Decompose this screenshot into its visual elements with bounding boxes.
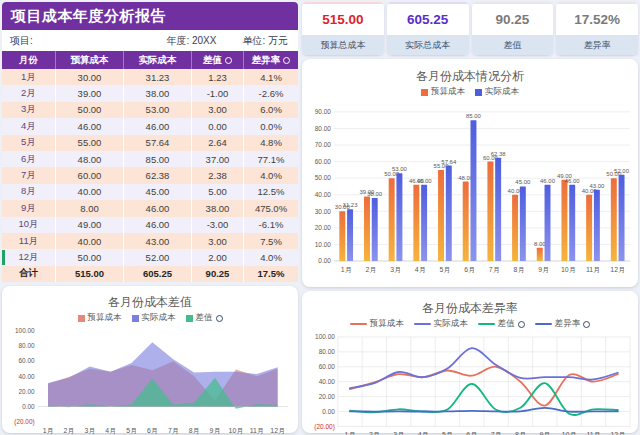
- svg-text:31.23: 31.23: [343, 202, 359, 208]
- value-cell[interactable]: 2.64: [192, 135, 244, 151]
- column-header-4[interactable]: 差值: [192, 51, 244, 69]
- value-cell[interactable]: -1.00: [192, 85, 244, 101]
- filter-icon: [583, 321, 590, 328]
- legend-label: 差值: [498, 318, 515, 330]
- total-value-cell[interactable]: 17.5%: [244, 266, 298, 282]
- month-cell[interactable]: 7月: [2, 167, 56, 183]
- value-cell[interactable]: 49.00: [56, 217, 124, 233]
- svg-text:7月: 7月: [491, 431, 502, 435]
- value-cell[interactable]: 30.00: [56, 69, 124, 85]
- value-cell[interactable]: 46.00: [124, 200, 192, 216]
- month-cell[interactable]: 11月: [2, 233, 56, 249]
- line-chart-title: 各月份成本差异率: [306, 295, 634, 317]
- value-cell[interactable]: 12.5%: [244, 184, 298, 200]
- report-title: 项目成本年度分析报告: [2, 2, 298, 30]
- svg-text:3月: 3月: [84, 428, 95, 435]
- month-cell[interactable]: 2月: [2, 85, 56, 101]
- svg-text:10月: 10月: [562, 431, 577, 435]
- month-cell[interactable]: 5月: [2, 135, 56, 151]
- total-value-cell[interactable]: 605.25: [124, 266, 192, 282]
- value-cell[interactable]: 8.00: [56, 200, 124, 216]
- svg-text:60.00: 60.00: [319, 363, 336, 370]
- svg-text:40.00: 40.00: [315, 191, 332, 198]
- column-header-5[interactable]: 差异率: [244, 51, 298, 69]
- bar-chart: 90.0080.0070.0060.0050.0040.0030.0020.00…: [306, 99, 636, 290]
- value-cell[interactable]: 0.0%: [244, 118, 298, 134]
- value-cell[interactable]: 3.00: [192, 102, 244, 118]
- value-cell[interactable]: -2.6%: [244, 85, 298, 101]
- value-cell[interactable]: 52.00: [124, 249, 192, 265]
- svg-text:62.38: 62.38: [491, 151, 507, 157]
- column-header-1[interactable]: 月份: [2, 51, 56, 69]
- value-cell[interactable]: 60.00: [56, 167, 124, 183]
- line-chart: 100.0080.0060.0040.0020.000.00(20.00)1月2…: [306, 331, 636, 435]
- month-cell[interactable]: 9月: [2, 200, 56, 216]
- value-cell[interactable]: 38.00: [192, 200, 244, 216]
- value-cell[interactable]: 2.38: [192, 167, 244, 183]
- filter-icon[interactable]: [283, 57, 290, 64]
- svg-text:2月: 2月: [369, 431, 380, 435]
- column-header-3[interactable]: 实际成本: [124, 51, 192, 69]
- month-cell[interactable]: 3月: [2, 102, 56, 118]
- value-cell[interactable]: 45.00: [124, 184, 192, 200]
- value-cell[interactable]: 7.5%: [244, 233, 298, 249]
- total-label-cell[interactable]: 合计: [2, 266, 56, 282]
- month-cell[interactable]: 12月: [2, 249, 56, 265]
- value-cell[interactable]: 2.00: [192, 249, 244, 265]
- value-cell[interactable]: 55.00: [56, 135, 124, 151]
- month-cell[interactable]: 10月: [2, 217, 56, 233]
- value-cell[interactable]: 1.23: [192, 69, 244, 85]
- value-cell[interactable]: 40.00: [56, 184, 124, 200]
- value-cell[interactable]: 38.00: [124, 85, 192, 101]
- svg-text:85.00: 85.00: [466, 113, 482, 119]
- value-cell[interactable]: 57.64: [124, 135, 192, 151]
- svg-text:9月: 9月: [539, 431, 550, 435]
- value-cell[interactable]: 77.1%: [244, 151, 298, 167]
- project-label[interactable]: 项目:: [10, 34, 166, 48]
- unit-label[interactable]: 单位: 万元: [242, 34, 288, 48]
- value-cell[interactable]: 62.38: [124, 167, 192, 183]
- month-cell[interactable]: 8月: [2, 184, 56, 200]
- svg-text:60.00: 60.00: [19, 358, 35, 365]
- value-cell[interactable]: 85.00: [124, 151, 192, 167]
- line-chart-card: 各月份成本差异率 预算成本实际成本差值差异率 100.0080.0060.004…: [302, 291, 638, 433]
- value-cell[interactable]: 3.00: [192, 233, 244, 249]
- value-cell[interactable]: -3.00: [192, 217, 244, 233]
- svg-text:80.00: 80.00: [315, 125, 332, 132]
- value-cell[interactable]: 46.00: [124, 217, 192, 233]
- svg-text:1月: 1月: [43, 428, 54, 435]
- value-cell[interactable]: 53.00: [124, 102, 192, 118]
- value-cell[interactable]: 0.00: [192, 118, 244, 134]
- value-cell[interactable]: 39.00: [56, 85, 124, 101]
- value-cell[interactable]: 40.00: [56, 233, 124, 249]
- value-cell[interactable]: 5.00: [192, 184, 244, 200]
- value-cell[interactable]: -6.1%: [244, 217, 298, 233]
- value-cell[interactable]: 4.1%: [244, 69, 298, 85]
- svg-text:11月: 11月: [250, 428, 264, 435]
- column-header-2[interactable]: 预算成本: [56, 51, 124, 69]
- month-cell[interactable]: 4月: [2, 118, 56, 134]
- value-cell[interactable]: 46.00: [124, 118, 192, 134]
- total-value-cell[interactable]: 90.25: [192, 266, 244, 282]
- svg-text:45.00: 45.00: [515, 179, 531, 185]
- value-cell[interactable]: 37.00: [192, 151, 244, 167]
- svg-text:100.00: 100.00: [315, 333, 335, 340]
- value-cell[interactable]: 50.00: [56, 249, 124, 265]
- value-cell[interactable]: 6.0%: [244, 102, 298, 118]
- total-value-cell[interactable]: 515.00: [56, 266, 124, 282]
- value-cell[interactable]: 50.00: [56, 102, 124, 118]
- month-cell[interactable]: 6月: [2, 151, 56, 167]
- value-cell[interactable]: 4.8%: [244, 135, 298, 151]
- value-cell[interactable]: 48.00: [56, 151, 124, 167]
- value-cell[interactable]: 46.00: [56, 118, 124, 134]
- filter-icon[interactable]: [225, 57, 232, 64]
- legend-marker: [350, 323, 367, 326]
- value-cell[interactable]: 43.00: [124, 233, 192, 249]
- value-cell[interactable]: 4.0%: [244, 249, 298, 265]
- column-header-label: 差异率: [252, 54, 281, 67]
- month-cell[interactable]: 1月: [2, 69, 56, 85]
- year-label[interactable]: 年度: 20XX: [166, 34, 216, 48]
- value-cell[interactable]: 475.0%: [244, 200, 298, 216]
- value-cell[interactable]: 31.23: [124, 69, 192, 85]
- value-cell[interactable]: 4.0%: [244, 167, 298, 183]
